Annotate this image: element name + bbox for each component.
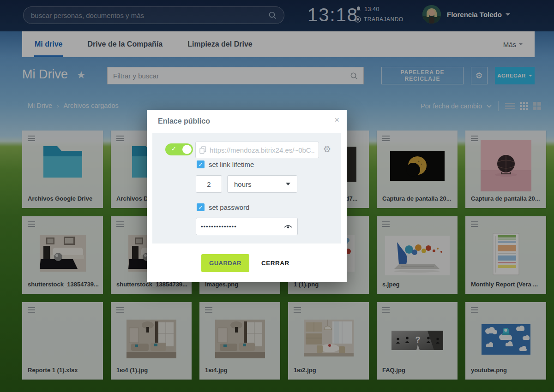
- public-link-input[interactable]: [210, 146, 315, 154]
- bitrix-drive-page: { "topbar": { "search_placeholder": "bus…: [0, 0, 554, 392]
- public-link-field[interactable]: [195, 142, 319, 158]
- modal-header: Enlace público ×: [147, 110, 347, 133]
- password-field[interactable]: [196, 218, 298, 235]
- chevron-down-icon: [286, 183, 290, 185]
- copy-icon[interactable]: [199, 146, 206, 154]
- show-password-eye-icon[interactable]: [283, 223, 293, 230]
- check-icon: ✓: [171, 145, 176, 152]
- lifetime-label: set link lifetime: [209, 160, 254, 168]
- checkbox-checked-icon[interactable]: ✓: [197, 203, 205, 211]
- password-input[interactable]: [201, 223, 283, 230]
- modal-title: Enlace público: [158, 117, 210, 125]
- link-enabled-toggle[interactable]: ✓: [165, 143, 193, 155]
- save-button[interactable]: GUARDAR: [201, 254, 249, 272]
- password-checkbox-row[interactable]: ✓ set password: [197, 203, 249, 211]
- lifetime-unit-value: hours: [234, 180, 252, 188]
- link-settings-gear-icon[interactable]: ⚙: [323, 144, 331, 154]
- cancel-button[interactable]: CERRAR: [261, 254, 289, 272]
- lifetime-checkbox-row[interactable]: ✓ set link lifetime: [197, 160, 254, 168]
- close-icon[interactable]: ×: [334, 116, 339, 124]
- lifetime-value-input[interactable]: [196, 175, 222, 193]
- modal-footer: GUARDAR CERRAR: [147, 244, 347, 282]
- password-label: set password: [209, 203, 249, 211]
- modal-body: ✓ ⚙ ✓ set link lifetime hours ✓ set pass…: [152, 133, 341, 244]
- lifetime-unit-select[interactable]: hours: [227, 175, 297, 193]
- public-link-modal: Enlace público × ✓ ⚙ ✓ set link lifetime…: [147, 110, 347, 282]
- toggle-knob: [182, 145, 192, 154]
- checkbox-checked-icon[interactable]: ✓: [197, 160, 205, 168]
